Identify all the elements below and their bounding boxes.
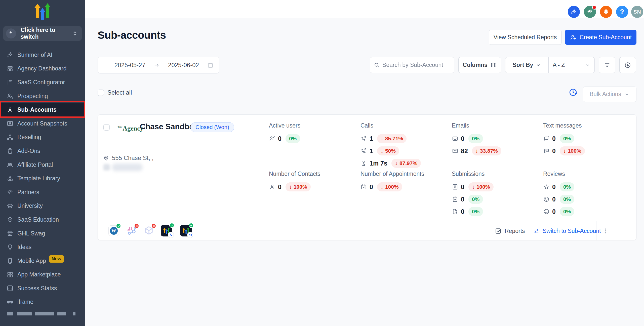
snapshot-icon [7, 120, 14, 127]
integration-network[interactable] [127, 225, 137, 236]
columns-button[interactable]: Columns [458, 57, 501, 73]
delta-pill: ↓100% [468, 182, 494, 191]
sidebar-item-sub-accounts[interactable]: Sub-Accounts [0, 103, 85, 117]
row-checkbox[interactable] [103, 124, 110, 131]
sidebar-item-app-marketplace[interactable]: App Marketplace [0, 268, 85, 282]
sidebar-item-saas-education[interactable]: SaaS Education [0, 213, 85, 227]
stat-label: Calls [360, 122, 421, 129]
stat-value: 0 [278, 135, 281, 142]
clipboard-check-icon [452, 196, 458, 202]
swap-arrows-icon [533, 228, 540, 234]
arrow-down-icon: ↓ [472, 184, 475, 190]
lightbulb-icon [7, 244, 14, 251]
shapes-icon [7, 175, 14, 182]
date-to[interactable]: 2025-06-02 [168, 62, 199, 69]
announcements-button[interactable] [584, 6, 596, 18]
filter-button[interactable] [599, 57, 615, 73]
help-button[interactable]: ? [616, 6, 628, 18]
user-check-icon [269, 135, 275, 142]
sidebar-item-ideas[interactable]: Ideas [0, 240, 85, 254]
columns-icon [491, 62, 497, 68]
stat-value: 0 [552, 208, 556, 215]
download-icon [624, 62, 631, 69]
view-scheduled-reports-button[interactable]: View Scheduled Reports [489, 30, 561, 45]
integration-lc-email[interactable] [180, 225, 192, 236]
sidebar-nav: Summer of AI Agency Dashboard SaaS Confi… [0, 48, 85, 309]
stat-label: Reviews [543, 171, 574, 177]
switch-to-sub-account-button[interactable]: Switch to Sub-Account [533, 221, 601, 240]
sidebar-item-reselling[interactable]: Reselling [0, 131, 85, 144]
sidebar-item-success-statss[interactable]: Success Statss [0, 281, 85, 295]
delta-pill: ↓100% [560, 146, 585, 155]
integration-marketplace-cube[interactable] [144, 225, 154, 236]
sidebar-item-partners[interactable]: Partners [0, 185, 85, 199]
columns-label: Columns [463, 62, 487, 68]
sidebar-item-prospecting[interactable]: Prospecting [0, 89, 85, 103]
stat-value: 1 [370, 147, 373, 155]
sort-order-select[interactable]: A - Z [549, 57, 594, 73]
sidebar-item-ghl-swag[interactable]: GHL Swag [0, 227, 85, 240]
agency-switcher[interactable]: Click here to switch [3, 26, 82, 41]
megaphone-icon [586, 8, 593, 15]
sidebar-item-mobile-app[interactable]: Mobile AppNew [0, 254, 85, 268]
smile-icon [543, 196, 550, 202]
search-input[interactable] [382, 62, 448, 68]
more-options-button[interactable] [599, 221, 612, 240]
question-mark-icon: ? [620, 8, 624, 16]
date-range-picker[interactable]: 2025-05-27 2025-06-02 [98, 57, 219, 73]
chat-text-icon [543, 148, 550, 154]
sidebar-item-label: Mobile App [17, 258, 46, 264]
select-all-checkbox[interactable] [98, 90, 104, 96]
phone-icon-redacted [103, 164, 110, 171]
stat-value: 1 [370, 135, 373, 142]
chat-icon [543, 135, 550, 142]
hourglass-icon [360, 160, 367, 167]
sidebar-item-affiliate-portal[interactable]: Affiliate Portal [0, 158, 85, 172]
sidebar-item-iframe[interactable]: iframe [0, 295, 85, 309]
delta-pill: 0% [560, 195, 574, 204]
stat-label: Active users [269, 122, 300, 129]
sidebar-item-saas-configurator[interactable]: SaaS Configurator [0, 75, 85, 89]
integration-lc-phone[interactable] [161, 225, 172, 236]
avatar[interactable]: SN [631, 6, 643, 18]
sub-accounts-page: Click here to switch Summer of AI Agency… [0, 0, 644, 326]
stat-value: 0 [370, 183, 373, 191]
connected-badge [169, 223, 174, 228]
bag-icon [7, 147, 14, 154]
integration-wordpress[interactable]: W [108, 225, 119, 236]
sub-account-name[interactable]: Chase Sandbox [140, 122, 198, 131]
sidebar-item-template-library[interactable]: Template Library [0, 172, 85, 185]
export-button[interactable] [619, 57, 636, 73]
connected-badge [116, 223, 121, 228]
create-sub-account-button[interactable]: Create Sub-Account [565, 30, 636, 45]
sidebar-item-label: GHL Swag [17, 230, 45, 237]
sidebar-item-agency-dashboard[interactable]: Agency Dashboard [0, 62, 85, 76]
sidebar-item-university[interactable]: University [0, 199, 85, 213]
sidebar-item-label: Partners [17, 189, 39, 196]
new-badge: New [49, 255, 64, 263]
sidebar-item-label: Affiliate Portal [17, 161, 53, 168]
sidebar-item-partial[interactable] [0, 309, 85, 315]
wordpress-icon: W [110, 227, 118, 235]
history-clock-icon[interactable] [568, 88, 578, 97]
ai-assistant-button[interactable] [568, 6, 580, 18]
sidebar-item-account-snapshots[interactable]: Account Snapshots [0, 117, 85, 131]
sidebar-item-add-ons[interactable]: Add-Ons [0, 144, 85, 158]
stat-column-calls: Calls 1↓85.71% 1↓50% 1m 7s↓87.97% [360, 122, 421, 171]
notifications-button[interactable] [600, 6, 612, 18]
address-row: 555 Chase St, , [103, 154, 153, 161]
mobile-icon [7, 257, 14, 264]
agency-logo-small: The [117, 125, 123, 129]
stat-column-emails: Emails 00% 82↓33.87% [452, 122, 501, 159]
sub-account-search[interactable] [370, 57, 454, 73]
reports-button[interactable]: Reports [495, 221, 525, 240]
bulk-actions-button[interactable]: Bulk Actions [583, 87, 636, 102]
sidebar-item-summer-of-ai[interactable]: Summer of AI [0, 48, 85, 62]
delta-pill: 0% [286, 134, 300, 143]
person-icon [269, 184, 275, 190]
kebab-menu-icon [602, 227, 609, 234]
sidebar-item-label: App Marketplace [17, 271, 61, 278]
sort-by-button[interactable]: Sort By [505, 57, 549, 73]
date-from[interactable]: 2025-05-27 [114, 62, 145, 69]
reselling-icon [7, 134, 14, 141]
